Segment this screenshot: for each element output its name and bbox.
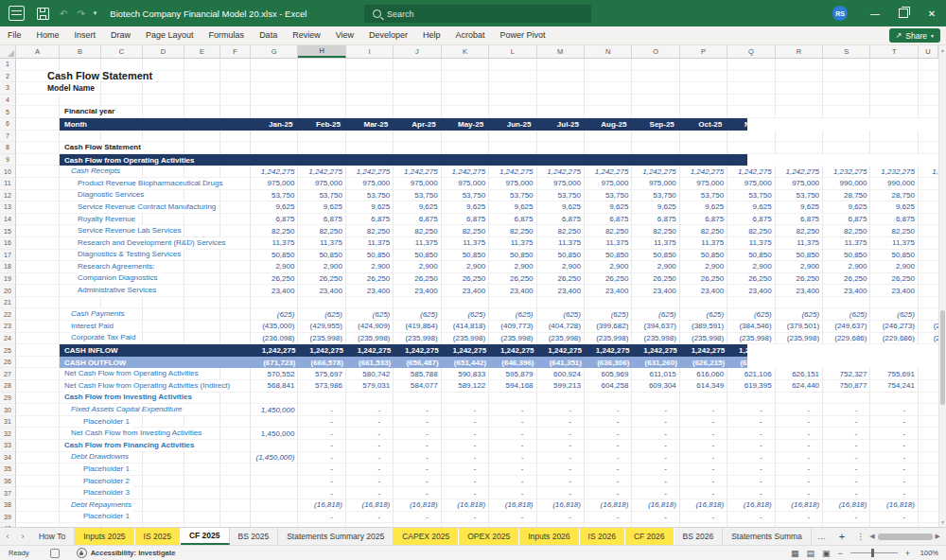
row-header-21[interactable]: 21 [0,297,16,309]
cell[interactable] [680,82,727,95]
row-label-cell[interactable]: Administrative Services [16,285,251,297]
cell[interactable] [298,106,345,118]
cell[interactable]: - [870,476,918,488]
horizontal-scroll-thumb[interactable] [878,534,933,540]
cell[interactable]: (656,487) [394,359,441,367]
cell[interactable]: - [776,440,823,452]
cell[interactable]: 53,750 [298,190,345,202]
cell[interactable]: (641,351) [537,359,585,367]
cell[interactable]: (651,442) [442,359,489,367]
cell[interactable]: - [680,512,727,524]
cell[interactable]: 1,242,275 [585,346,632,355]
cell[interactable]: (235,998) [346,333,394,345]
ribbon-tab-formulas[interactable]: Formulas [201,26,253,44]
cell[interactable]: 82,250 [442,225,489,237]
cell[interactable]: - [346,512,394,524]
cell[interactable]: 1,242,275 [251,166,298,178]
cell-partial[interactable]: (625) [919,308,938,321]
cell[interactable]: 975,000 [298,178,345,190]
month-header[interactable]: Sep-25 [632,120,679,129]
column-header-Q[interactable]: Q [727,45,775,58]
cell[interactable] [489,71,536,83]
cell[interactable]: (16,818) [489,499,536,512]
cell[interactable]: 1,232,275 [823,346,870,355]
cell[interactable]: 9,625 [823,201,870,214]
cell[interactable]: 975,000 [537,178,585,190]
sheet-tab-is-2025[interactable]: IS 2025 [135,528,181,545]
cell[interactable]: - [394,404,441,416]
row-header-25[interactable]: 25 [0,344,16,357]
cell[interactable]: - [823,428,870,440]
cell[interactable] [680,71,727,83]
month-header[interactable]: Dec-25 [776,120,823,129]
cell[interactable]: 1,242,275 [346,346,394,355]
cell[interactable]: - [442,512,489,524]
cell[interactable]: (16,818) [870,499,918,512]
row-header-34[interactable]: 34 [0,452,16,464]
row-header-14[interactable]: 14 [0,214,16,226]
cell[interactable]: 1,242,275 [394,166,441,178]
cell[interactable]: 9,625 [298,201,345,214]
cell[interactable]: (621,169) [727,359,775,367]
cell[interactable]: 9,625 [680,201,727,214]
row-header-28[interactable]: 28 [0,380,16,393]
cell[interactable]: - [870,512,918,524]
cell[interactable]: 53,750 [346,190,394,202]
ribbon-tab-view[interactable]: View [328,26,361,44]
scroll-down-icon[interactable]: ▼ [940,519,945,525]
row-header-5[interactable]: 5 [0,106,16,118]
cell[interactable]: - [298,404,345,416]
cell[interactable]: - [727,440,775,452]
redo-icon[interactable]: ↷ [77,9,84,19]
cell[interactable]: - [680,487,727,499]
cell[interactable]: (661,533) [346,359,394,367]
cell[interactable]: 2,900 [251,261,298,273]
cell[interactable]: (625) [823,308,870,321]
column-header-J[interactable]: J [394,45,441,58]
cell[interactable]: - [632,404,679,416]
cell[interactable] [870,131,918,143]
cell[interactable]: 1,450,000 [251,428,298,440]
cell[interactable]: - [442,416,489,429]
cell[interactable]: 6,875 [823,214,870,226]
cell[interactable] [251,142,298,154]
cell[interactable]: - [489,416,536,429]
row-header-10[interactable]: 10 [0,166,16,178]
ribbon-tab-insert[interactable]: Insert [67,26,104,44]
cell[interactable]: 575,697 [298,368,345,380]
cell[interactable]: 26,250 [727,273,775,286]
month-header[interactable]: Apr-25 [394,120,441,129]
row-header-23[interactable]: 23 [0,321,16,333]
cell[interactable] [823,393,870,405]
cell[interactable] [585,95,632,107]
cell[interactable] [298,82,345,95]
cell[interactable]: (414,818) [442,321,489,333]
month-header[interactable]: May-25 [442,120,489,129]
cell[interactable] [251,393,298,405]
ribbon-tab-review[interactable]: Review [285,26,328,44]
cell[interactable]: 50,850 [537,250,585,262]
column-header-K[interactable]: K [442,45,489,58]
cell[interactable]: - [727,404,775,416]
cell[interactable] [394,82,441,95]
cell[interactable]: (625) [251,308,298,321]
restore-button[interactable] [889,0,918,26]
cell[interactable]: (424,909) [346,321,394,333]
cell[interactable] [251,71,298,83]
cell-partial[interactable] [919,393,938,405]
cell[interactable]: 53,750 [632,190,679,202]
month-header[interactable]: Nov-25 [727,120,775,129]
cell[interactable]: 580,742 [346,368,394,380]
cell[interactable] [442,106,489,118]
row-label-cell[interactable]: Cash Flow from Investing Activities [16,393,251,405]
cell[interactable]: (16,818) [537,499,585,512]
cell[interactable]: (16,818) [298,499,345,512]
cell-partial[interactable] [919,71,938,83]
cell[interactable]: 2,900 [537,261,585,273]
cell[interactable]: - [394,440,441,452]
cell[interactable]: 23,400 [298,285,345,297]
column-header-U[interactable]: U [919,45,938,58]
sheet-tab-inputs-2025[interactable]: Inputs 2025 [75,528,134,545]
cell[interactable]: 6,875 [870,214,918,226]
cell-partial[interactable]: 990,000 [919,178,938,190]
